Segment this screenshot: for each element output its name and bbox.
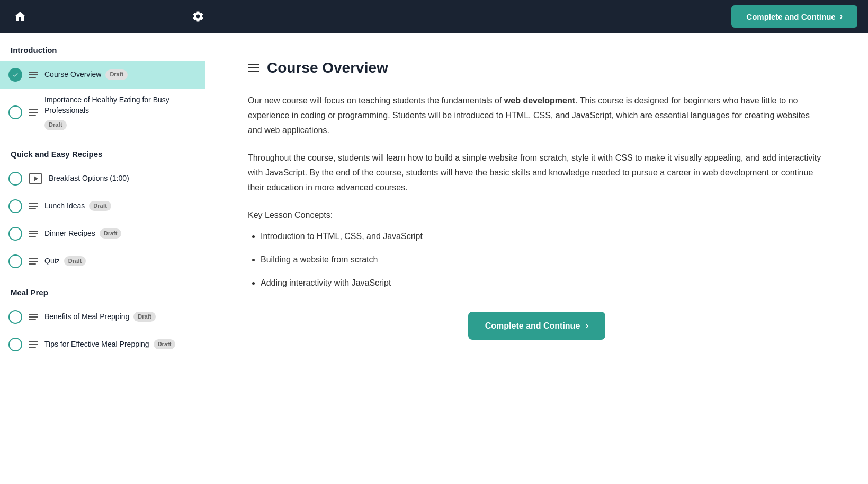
draft-badge-dinner-recipes: Draft: [100, 228, 122, 239]
key-label: Key Lesson Concepts:: [248, 208, 826, 223]
lesson-item-lunch-ideas[interactable]: Lunch Ideas Draft: [0, 192, 205, 220]
lesson-item-benefits-meal[interactable]: Benefits of Meal Prepping Draft: [0, 303, 205, 331]
settings-icon[interactable]: [189, 7, 208, 26]
main-layout: Introduction Course Overview Draft Impor…: [0, 33, 868, 484]
content-title-row: Course Overview: [248, 59, 826, 76]
lesson-item-dinner-recipes[interactable]: Dinner Recipes Draft: [0, 220, 205, 248]
lesson-item-course-overview[interactable]: Course Overview Draft: [0, 61, 205, 89]
hamburger-icon: [248, 64, 259, 72]
draft-badge-tips-meal: Draft: [154, 339, 176, 349]
lesson-circle-lunch-ideas: [8, 199, 22, 213]
lesson-text-lunch-ideas: Lunch Ideas Draft: [44, 201, 196, 212]
lesson-circle-dinner-recipes: [8, 227, 22, 241]
lesson-text-course-overview: Course Overview Draft: [44, 69, 196, 80]
complete-continue-label-top: Complete and Continue: [746, 12, 835, 21]
content-area: Course Overview Our new course will focu…: [205, 33, 868, 484]
sidebar: Introduction Course Overview Draft Impor…: [0, 33, 205, 484]
content-paragraph1: Our new course will focus on teaching st…: [248, 93, 826, 138]
content-paragraph2: Throughout the course, students will lea…: [248, 151, 826, 195]
bold-web-dev: web development: [504, 96, 575, 105]
content-title: Course Overview: [267, 59, 388, 76]
lesson-item-tips-meal[interactable]: Tips for Effective Meal Prepping Draft: [0, 331, 205, 358]
lesson-text-dinner-recipes: Dinner Recipes Draft: [44, 228, 196, 239]
lesson-circle-tips-meal: [8, 338, 22, 351]
lesson-text-breakfast: Breakfast Options (1:00): [49, 173, 196, 184]
text-icon-benefits-meal: [29, 314, 38, 320]
text-icon-lunch-ideas: [29, 203, 38, 209]
text-icon-tips-meal: [29, 341, 38, 348]
complete-continue-button-top[interactable]: Complete and Continue ›: [731, 5, 857, 28]
text-icon-course-overview: [29, 72, 38, 78]
video-icon-breakfast: [29, 173, 42, 184]
section-quick-easy: Quick and Easy Recipes: [0, 137, 205, 165]
section-introduction: Introduction: [0, 33, 205, 61]
lesson-text-tips-meal: Tips for Effective Meal Prepping Draft: [44, 339, 196, 350]
home-icon[interactable]: [11, 7, 30, 26]
draft-badge-course-overview: Draft: [105, 69, 128, 80]
lesson-circle-breakfast: [8, 172, 22, 186]
bullet-1: Introduction to HTML, CSS, and JavaScrip…: [261, 229, 826, 244]
lesson-item-importance-healthy[interactable]: Importance of Healthy Eating for Busy Pr…: [0, 89, 205, 137]
bullet-2: Building a website from scratch: [261, 252, 826, 267]
bullet-3: Adding interactivity with JavaScript: [261, 276, 826, 291]
section-meal-prep: Meal Prep: [0, 275, 205, 303]
lesson-text-benefits-meal: Benefits of Meal Prepping Draft: [44, 312, 196, 322]
draft-badge-benefits-meal: Draft: [133, 312, 156, 322]
lesson-circle-quiz: [8, 254, 22, 268]
draft-badge-quiz: Draft: [64, 256, 86, 266]
complete-continue-label-bottom: Complete and Continue: [485, 321, 580, 331]
content-body: Our new course will focus on teaching st…: [248, 93, 826, 291]
lesson-text-importance-healthy: Importance of Healthy Eating for Busy Pr…: [44, 95, 196, 130]
bottom-button-row: Complete and Continue ›: [248, 303, 826, 340]
draft-badge-importance-healthy: Draft: [44, 120, 67, 130]
arrow-icon-top: ›: [840, 12, 843, 21]
lesson-circle-benefits-meal: [8, 310, 22, 324]
lesson-circle-course-overview: [8, 68, 22, 82]
lesson-text-quiz: Quiz Draft: [44, 256, 196, 267]
draft-badge-lunch-ideas: Draft: [89, 201, 111, 211]
text-icon-importance-healthy: [29, 109, 38, 116]
complete-continue-button-bottom[interactable]: Complete and Continue ›: [468, 312, 606, 340]
lesson-item-breakfast[interactable]: Breakfast Options (1:00): [0, 165, 205, 192]
lesson-circle-importance-healthy: [8, 105, 22, 119]
text-icon-dinner-recipes: [29, 231, 38, 237]
top-nav: Complete and Continue ›: [0, 0, 868, 33]
key-concepts-list: Introduction to HTML, CSS, and JavaScrip…: [261, 229, 826, 291]
lesson-item-quiz[interactable]: Quiz Draft: [0, 248, 205, 275]
arrow-icon-bottom: ›: [585, 320, 588, 331]
text-icon-quiz: [29, 258, 38, 265]
